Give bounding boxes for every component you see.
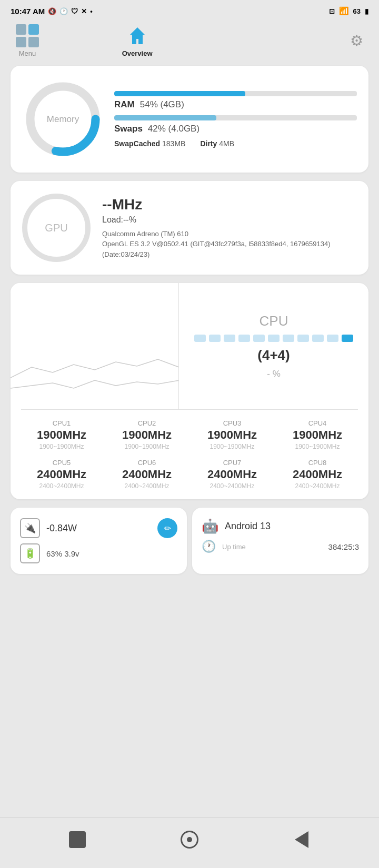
cpu-percent: - % [267,369,281,379]
cpu-cell-mhz-7: 2400MHz [207,468,257,481]
uptime-label: Up time [222,543,246,551]
uptime-value: 384:25:3 [328,542,359,551]
cpu-cell-6: CPU6 2400MHz 2400~2400MHz [104,459,190,490]
ram-progress [114,91,357,96]
swap-row: Swaps 42% (4.0GB) [114,124,357,134]
cpu-cell-range-1: 1900~1900MHz [39,443,84,450]
cpu-cell-range-3: 1900~1900MHz [210,443,254,450]
dot-8 [297,335,309,342]
menu-sq3 [16,37,26,47]
memory-info: RAM 54% (4GB) Swaps 42% (4.0GB) SwapCach… [114,91,357,148]
swap-cached-value: 183MB [162,139,185,148]
cpu-cell-7: CPU7 2400MHz 2400~2400MHz [190,459,275,490]
battery-indicator-icon: ⊡ [329,7,335,15]
mute-icon: 🔇 [48,7,56,15]
menu-icon [16,24,39,47]
gpu-mhz: --MHz [102,196,357,213]
clock-icon: 🕐 [59,7,68,15]
dot-icon: • [90,7,93,15]
dot-1 [194,335,206,342]
ram-row: RAM 54% (4GB) [114,99,357,110]
swap-label: Swaps [114,124,143,134]
android-version: Android 13 [225,521,271,532]
memory-donut: Memory [22,78,104,160]
cpu-cell-mhz-8: 2400MHz [293,468,342,481]
dot-10 [327,335,338,342]
cpu-cell-8: CPU8 2400MHz 2400~2400MHz [275,459,360,490]
cpu-cell-mhz-2: 1900MHz [122,428,172,442]
bottom-cards: 🔌 -0.84W ✏ 🔋 63% 3.9v 🤖 Android 13 🕐 Up … [11,508,368,574]
back-icon [295,831,308,848]
cpu-cell-label-6: CPU6 [138,459,156,467]
uptime-row: 🕐 Up time 384:25:3 [202,540,359,553]
memory-card: Memory RAM 54% (4GB) Swaps 42% (4.0GB) S… [11,66,368,173]
status-right: ⊡ 📶 63 ▮ [329,6,368,16]
home-button[interactable] [176,826,203,853]
cpu-top: CPU (4+4) - % [11,283,368,409]
status-bar: 10:47 AM 🔇 🕐 🛡 ✕ • ⊡ 📶 63 ▮ [0,0,379,20]
recent-apps-button[interactable] [64,826,91,853]
gpu-info: --MHz Load:--% Qualcomm Adreno (TM) 610O… [102,196,357,260]
battery-level-icon: 🔋 [20,543,40,563]
dot-7 [283,335,294,342]
x-icon: ✕ [81,7,87,15]
cpu-cell-2: CPU2 1900MHz 1900~1900MHz [104,419,190,450]
dot-9 [312,335,324,342]
wifi-icon: 📶 [339,6,349,16]
cpu-cell-mhz-6: 2400MHz [122,468,172,481]
uptime-icon: 🕐 [202,540,216,553]
cpu-cell-range-8: 2400~2400MHz [295,482,340,490]
dot-2 [209,335,221,342]
ram-label: RAM [114,99,135,110]
status-time: 10:47 AM [11,7,45,16]
cpu-load-dots [194,335,353,342]
top-nav: Menu Overview ⚙ [0,20,379,66]
system-card: 🤖 Android 13 🕐 Up time 384:25:3 [192,508,368,574]
gpu-card: GPU --MHz Load:--% Qualcomm Adreno (TM) … [11,181,368,275]
overview-label: Overview [122,49,153,57]
gear-icon: ⚙ [350,32,363,49]
edit-button[interactable]: ✏ [157,518,177,538]
settings-nav-item[interactable]: ⚙ [350,32,363,49]
cpu-cell-label-4: CPU4 [308,419,327,427]
battery-power-row: 🔌 -0.84W ✏ [20,518,177,538]
cpu-cell-label-5: CPU5 [53,459,71,467]
cpu-cell-label-1: CPU1 [53,419,71,427]
overview-nav-item[interactable]: Overview [122,24,153,57]
swap-bar-fill [114,115,216,120]
cpu-title: CPU [260,313,288,329]
dot-6 [268,335,280,342]
menu-nav-item[interactable]: Menu [16,24,39,57]
cpu-cell-label-3: CPU3 [223,419,242,427]
dirty-label: Dirty [200,139,217,148]
cpu-cell-5: CPU5 2400MHz 2400~2400MHz [19,459,104,490]
menu-sq1 [16,24,26,35]
dot-3 [224,335,235,342]
memory-footer: SwapCached 183MB Dirty 4MB [114,139,357,148]
svg-marker-0 [130,27,145,44]
ram-bar-fill [114,91,245,96]
menu-label: Menu [19,49,36,57]
battery-power-value: -0.84W [46,523,77,534]
cpu-cell-1: CPU1 1900MHz 1900~1900MHz [19,419,104,450]
cpu-cell-mhz-5: 2400MHz [37,468,86,481]
menu-sq2 [28,24,39,35]
battery-level-value: 63% 3.9v [46,549,79,558]
battery-card: 🔌 -0.84W ✏ 🔋 63% 3.9v [11,508,187,574]
battery-level-row: 🔋 63% 3.9v [20,543,177,563]
recent-apps-icon [69,831,86,848]
gpu-load: Load:--% [102,215,357,225]
home-nav-icon [181,831,198,849]
cpu-grid: CPU1 1900MHz 1900~1900MHz CPU2 1900MHz 1… [11,410,368,499]
back-button[interactable] [288,826,315,853]
cpu-cell-mhz-4: 1900MHz [293,428,342,442]
shield-icon: 🛡 [71,7,78,15]
cpu-cell-label-2: CPU2 [138,419,156,427]
swap-progress [114,115,357,120]
swap-value: 42% (4.0GB) [148,124,200,134]
battery-percent: 63 [353,7,361,15]
menu-sq4 [28,37,39,47]
cpu-cell-range-4: 1900~1900MHz [295,443,340,450]
cpu-cell-3: CPU3 1900MHz 1900~1900MHz [190,419,275,450]
swap-cached-label: SwapCached [114,139,160,148]
